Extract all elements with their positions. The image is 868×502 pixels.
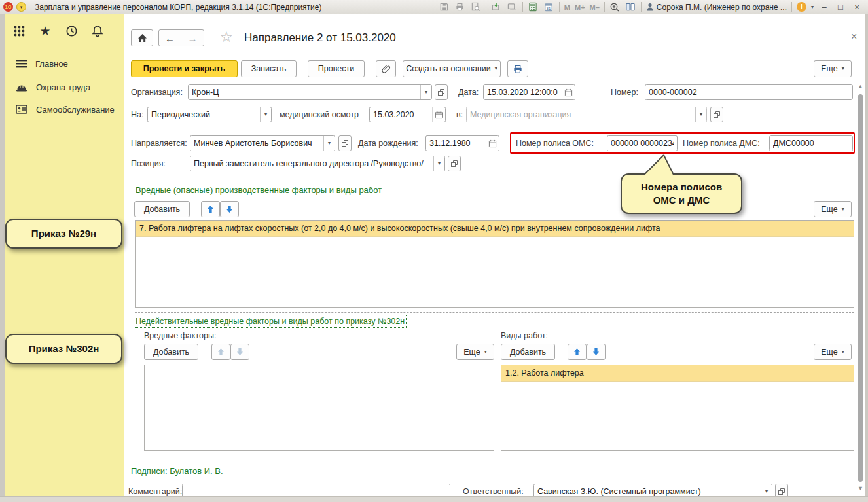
favorites-star-icon[interactable] — [36, 22, 54, 39]
date-field[interactable] — [483, 84, 575, 100]
notifications-bell-icon[interactable] — [88, 22, 107, 39]
sidebar-item-labor-safety[interactable]: Охрана труда — [5, 79, 124, 96]
sidebar-item-self-service[interactable]: Самообслуживание — [5, 101, 124, 118]
caret-down-icon: ▾ — [484, 350, 487, 355]
write-button[interactable]: Записать — [241, 60, 297, 77]
organization-input[interactable] — [189, 85, 420, 99]
birth-date-field[interactable] — [425, 135, 499, 151]
vertical-scrollbar[interactable]: ▲ ▼ — [857, 84, 865, 496]
work-types-more-button[interactable]: Еще ▾ — [814, 344, 852, 360]
date-input[interactable] — [484, 85, 562, 99]
memory-add-button[interactable]: М+ — [575, 3, 585, 11]
dropdown-caret-icon[interactable]: ▾ — [420, 85, 431, 99]
harmful-factors-table[interactable] — [144, 365, 494, 451]
scroll-up-icon[interactable]: ▲ — [858, 84, 863, 90]
home-button[interactable] — [131, 29, 153, 46]
forward-button[interactable]: → — [181, 30, 204, 46]
harmful-factors-more-button[interactable]: Еще ▾ — [456, 344, 494, 360]
factors-move-down-button[interactable] — [220, 201, 239, 217]
more-button-top[interactable]: Еще ▾ — [814, 60, 852, 77]
dropdown-caret-icon[interactable]: ▾ — [323, 136, 335, 151]
dms-policy-input[interactable] — [770, 136, 852, 151]
invalid-section-link[interactable]: Недействительные вредные факторы и виды … — [136, 317, 405, 326]
work-types-move-up-button[interactable] — [568, 344, 587, 360]
medexam-date-field[interactable] — [369, 107, 446, 122]
exam-type-input[interactable] — [148, 107, 260, 122]
factors-section-link[interactable]: Вредные (опасные) производственные факто… — [136, 185, 382, 195]
favorite-star-icon[interactable] — [220, 30, 233, 45]
scrollbar-thumb[interactable] — [858, 94, 863, 482]
work-types-table-row[interactable]: 1.2. Работа лифтера — [501, 365, 854, 382]
history-clock-icon[interactable] — [62, 22, 81, 39]
calculator-icon[interactable] — [528, 2, 539, 12]
maximize-button[interactable]: □ — [835, 2, 846, 12]
application-window: 1С ▾ Зарплата и управление персоналом КО… — [0, 0, 868, 502]
organization-field[interactable]: ▾ — [188, 84, 432, 100]
memory-subtract-button[interactable]: М– — [590, 3, 600, 11]
number-input[interactable] — [645, 85, 852, 99]
factors-more-button[interactable]: Еще ▾ — [814, 201, 852, 217]
form-close-icon[interactable]: × — [851, 31, 857, 42]
harmful-factors-move-up-button[interactable] — [211, 344, 230, 360]
info-icon[interactable]: i — [797, 2, 806, 12]
dropdown-caret-icon[interactable]: ▾ — [695, 107, 706, 122]
med-org-open-button[interactable] — [710, 107, 723, 122]
create-based-on-button[interactable]: Создать на основании ▾ — [403, 60, 501, 77]
number-field[interactable] — [645, 84, 853, 100]
current-user[interactable]: Сорока П.М. (Инженер по охране ... — [646, 3, 787, 12]
position-open-button[interactable] — [448, 156, 461, 171]
close-button[interactable]: × — [851, 2, 863, 12]
position-field[interactable]: ▾ — [190, 156, 445, 171]
factors-add-button[interactable]: Добавить — [134, 201, 190, 217]
signatures-link[interactable]: Подписи: Булатов И. В. — [131, 466, 223, 476]
print-icon[interactable] — [454, 2, 465, 12]
harmful-factors-move-down-button[interactable] — [230, 344, 249, 360]
harmful-factors-add-button[interactable]: Добавить — [144, 344, 198, 360]
person-field[interactable]: ▾ — [190, 135, 335, 151]
back-button[interactable]: ← — [159, 30, 181, 46]
post-and-close-button[interactable]: Провести и закрыть — [131, 60, 238, 77]
vertical-splitter[interactable] — [497, 331, 497, 452]
calendar-icon[interactable] — [562, 85, 575, 99]
minimize-button[interactable]: – — [818, 2, 830, 12]
factors-move-up-button[interactable] — [201, 201, 220, 217]
calendar-icon[interactable] — [432, 107, 445, 122]
medexam-date-input[interactable] — [370, 107, 432, 122]
organization-open-button[interactable] — [435, 84, 448, 100]
print-document-button[interactable] — [507, 60, 528, 77]
get-link-icon[interactable] — [491, 2, 502, 12]
calendar-icon[interactable]: 31 — [543, 2, 554, 12]
attachments-button[interactable] — [376, 60, 396, 77]
oms-policy-input[interactable] — [607, 136, 677, 151]
oms-policy-field[interactable] — [607, 135, 678, 151]
horizontal-splitter[interactable] — [135, 312, 854, 313]
work-types-add-button[interactable]: Добавить — [501, 344, 555, 360]
sidebar-item-main[interactable]: Главное — [5, 55, 124, 72]
dms-policy-field[interactable] — [769, 135, 853, 151]
scroll-down-icon[interactable]: ▼ — [858, 486, 863, 492]
info-caret-icon[interactable]: ▾ — [811, 5, 814, 10]
person-open-button[interactable] — [338, 135, 352, 151]
go-link-icon[interactable] — [507, 2, 518, 12]
system-menu-button[interactable]: ▾ — [16, 2, 26, 12]
person-input[interactable] — [190, 136, 323, 151]
calendar-icon[interactable] — [486, 136, 499, 151]
factors-table-row[interactable]: 7. Работа лифтера на лифтах скоростных (… — [136, 221, 854, 237]
save-icon[interactable] — [439, 2, 450, 12]
work-types-table[interactable]: 1.2. Работа лифтера — [501, 365, 854, 451]
preview-icon[interactable] — [470, 2, 481, 12]
split-view-icon[interactable] — [625, 2, 636, 12]
dropdown-caret-icon[interactable]: ▾ — [433, 156, 444, 171]
position-input[interactable] — [190, 156, 433, 171]
apps-grid-icon[interactable] — [10, 22, 28, 39]
post-button[interactable]: Провести — [308, 60, 365, 77]
med-org-field[interactable]: ▾ — [466, 107, 707, 122]
work-types-move-down-button[interactable] — [587, 344, 606, 360]
birth-date-input[interactable] — [426, 136, 486, 151]
exam-type-field[interactable]: ▾ — [147, 107, 272, 122]
zoom-icon[interactable] — [609, 2, 621, 12]
med-org-input[interactable] — [467, 107, 695, 122]
factors-table[interactable]: 7. Работа лифтера на лифтах скоростных (… — [135, 220, 854, 308]
dropdown-caret-icon[interactable]: ▾ — [260, 107, 271, 122]
memory-recall-button[interactable]: М — [564, 3, 570, 11]
